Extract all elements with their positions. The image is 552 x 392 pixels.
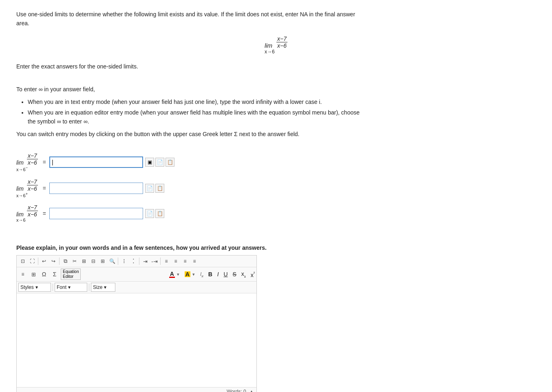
limit3-copy-btn[interactable]: 📄 (145, 209, 154, 218)
format-row: Styles ▾ Font ▾ Size ▾ (17, 282, 256, 293)
limit2-buttons: 📄 📋 (145, 184, 164, 193)
bg-color-dropdown-arrow[interactable]: ▾ (192, 272, 195, 277)
subscript-button[interactable]: x₂ (241, 271, 246, 278)
toolbar-row1: ⊡ ⛶ ↩ ↪ ⧉ ✂ ⊞ ⊟ ⊞ 🔍 ⁝ ⁚ ⇥ -⇥ ≡ ≡ ≡ ≡ (17, 255, 256, 267)
clear-format-button[interactable]: Ix (200, 271, 203, 278)
fullscreen-icon[interactable]: ⛶ (28, 257, 37, 266)
font-dropdown[interactable]: Font ▾ (55, 283, 87, 292)
size-arrow: ▾ (104, 284, 106, 290)
align-left-button[interactable]: ≡ (162, 257, 171, 266)
size-dropdown[interactable]: Size ▾ (91, 283, 115, 292)
search-button[interactable]: 🔍 (108, 257, 117, 266)
intro-text: Use one-sided limits to determine whethe… (16, 10, 367, 28)
resize-icon[interactable]: ⊡ (18, 257, 27, 266)
toolbar-row2: ≡ ⊞ Ω Σ Equation Editor A ▾ A ▾ Ix B I U… (17, 267, 256, 282)
limit-expr-1: lim x−7 x−6 x→6− (16, 152, 38, 172)
sep1 (38, 258, 38, 265)
question-label: Please explain, in your own words and in… (16, 244, 536, 251)
paste-button[interactable]: ⊞ (79, 257, 88, 266)
list-style-button[interactable]: ≡ (18, 270, 27, 279)
copy-button[interactable]: ⧉ (61, 257, 70, 266)
bold-button[interactable]: B (208, 271, 212, 277)
equation-editor-button[interactable]: Equation Editor (61, 269, 81, 280)
styles-arrow: ▾ (35, 284, 38, 290)
sigma-button[interactable]: Σ (50, 270, 59, 279)
sep-styles (53, 284, 53, 291)
sep-font (89, 284, 89, 291)
limit-row-3: lim x−7 x−6 x→6 = 📄 📋 (16, 204, 536, 222)
limit2-input[interactable] (49, 183, 143, 194)
omega-button[interactable]: Ω (40, 270, 49, 279)
instructions-block: Use one-sided limits to determine whethe… (16, 10, 367, 28)
limit1-paste-btn[interactable]: 📋 (166, 158, 174, 167)
cut-button[interactable]: ✂ (70, 257, 79, 266)
superscript-button[interactable]: x² (251, 271, 255, 278)
outdent-button[interactable]: -⇥ (150, 257, 159, 266)
styles-dropdown[interactable]: Styles ▾ (18, 283, 51, 292)
exact-answers-label: Enter the exact answers for the one-side… (16, 62, 367, 71)
paste-text-button[interactable]: ⊟ (89, 257, 98, 266)
limit-expr-3: lim x−7 x−6 x→6 (16, 204, 38, 222)
limit-row-2: lim x−7 x−6 x→6+ = 📄 📋 (16, 178, 536, 198)
justify-button[interactable]: ≡ (190, 257, 199, 266)
redo-button[interactable]: ↪ (49, 257, 58, 266)
rich-text-editor: ⊡ ⛶ ↩ ↪ ⧉ ✂ ⊞ ⊟ ⊞ 🔍 ⁝ ⁚ ⇥ -⇥ ≡ ≡ ≡ ≡ ≡ ⊞… (16, 255, 257, 392)
align-right-button[interactable]: ≡ (181, 257, 190, 266)
sep4 (139, 258, 139, 265)
underline-button[interactable]: U (224, 271, 228, 277)
limit1-input[interactable] (49, 156, 143, 168)
limit-row-1: lim x−7 x−6 x→6− = ▣ 📄 📋 (16, 152, 536, 172)
infinity-instructions: To enter ∞ in your answer field, When yo… (16, 85, 367, 139)
limit3-input[interactable] (49, 208, 143, 219)
limit3-paste-btn[interactable]: 📋 (155, 209, 164, 218)
words-count: Words: 0 (227, 389, 246, 392)
bg-color-a[interactable]: A (185, 271, 190, 277)
table-button[interactable]: ⊞ (29, 270, 38, 279)
font-color-a[interactable]: A (169, 271, 175, 278)
italic-button[interactable]: I (217, 271, 219, 277)
font-label: Font (57, 284, 66, 290)
undo-button[interactable]: ↩ (40, 257, 49, 266)
align-center-button[interactable]: ≡ (171, 257, 180, 266)
unordered-list-button[interactable]: ⁚ (129, 257, 138, 266)
limit-formula-display: lim x−7 x−6 x→6 (16, 35, 536, 55)
font-arrow: ▾ (68, 284, 71, 290)
infinity-bullet1: When you are in text entry mode (when yo… (28, 97, 367, 106)
strikethrough-button[interactable]: S (233, 271, 236, 277)
sep3 (118, 258, 118, 265)
limit2-paste-btn[interactable]: 📋 (155, 184, 164, 193)
limit1-buttons: ▣ 📄 📋 (145, 158, 174, 167)
size-label: Size (93, 284, 102, 290)
infinity-intro: To enter ∞ in your answer field, (16, 85, 367, 94)
resize-handle[interactable]: ▲ (249, 389, 254, 392)
limit2-copy-btn[interactable]: 📄 (145, 184, 154, 193)
sep5 (160, 258, 161, 265)
editor-footer: Words: 0 ▲ (17, 387, 256, 392)
paste-word-button[interactable]: ⊞ (98, 257, 107, 266)
editor-content-area[interactable] (17, 293, 256, 387)
limit1-copy-btn[interactable]: 📄 (155, 158, 164, 167)
limit-expr-2: lim x−7 x−6 x→6+ (16, 178, 38, 198)
indent-button[interactable]: ⇥ (141, 257, 150, 266)
switch-modes-text: You can switch entry modes by clicking o… (16, 130, 367, 139)
limit3-buttons: 📄 📋 (145, 209, 164, 218)
color-dropdown-arrow[interactable]: ▾ (177, 272, 179, 277)
exact-answers-block: Enter the exact answers for the one-side… (16, 62, 367, 71)
sep2 (59, 258, 60, 265)
limit1-clear-btn[interactable]: ▣ (145, 158, 154, 167)
infinity-bullet2: When you are in equation editor entry mo… (28, 108, 367, 126)
ordered-list-button[interactable]: ⁝ (119, 257, 128, 266)
styles-label: Styles (20, 284, 34, 290)
